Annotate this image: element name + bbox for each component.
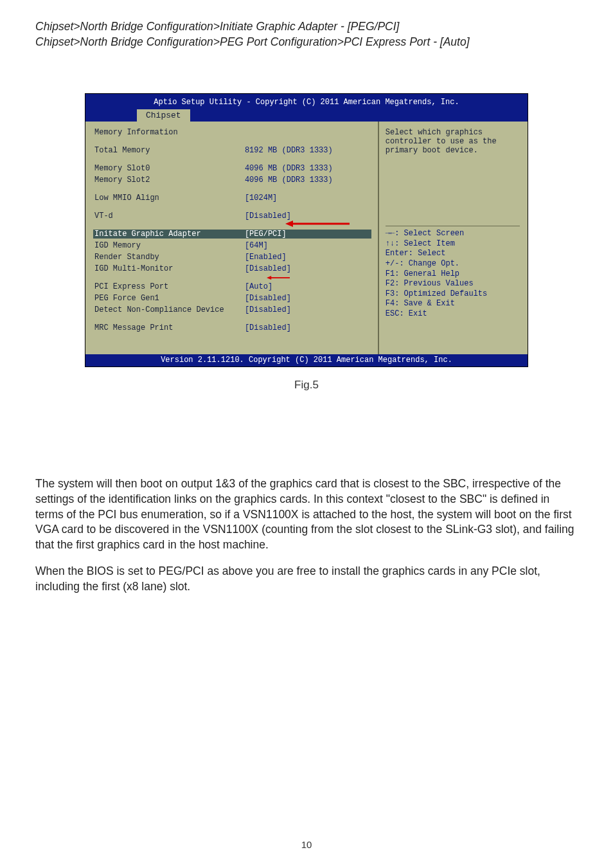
opt-igd-memory[interactable]: IGD Memory	[94, 241, 245, 250]
help-text: Select which graphics controller to use …	[386, 128, 520, 155]
help-key: ↑↓: Select Item	[386, 239, 520, 249]
opt-low-mmio[interactable]: Low MMIO Align	[94, 194, 245, 203]
val-render-standby: [Enabled]	[245, 253, 370, 262]
breadcrumb-line-2: Chipset>North Bridge Configuration>PEG P…	[35, 35, 578, 50]
val-multi-monitor: [Disabled]	[245, 264, 370, 273]
help-key: →←: Select Screen	[386, 229, 520, 239]
val-init-gfx: [PEG/PCI]	[245, 230, 370, 239]
opt-slot0: Memory Slot0	[94, 164, 245, 173]
help-key: F3: Optimized Defaults	[386, 289, 520, 300]
help-divider	[386, 226, 520, 226]
figure-caption: Fig.5	[35, 379, 578, 392]
opt-multi-monitor[interactable]: IGD Multi-Monitor	[94, 264, 245, 273]
callout-arrow-icon	[267, 273, 305, 282]
section-heading: Memory Information	[94, 128, 245, 137]
breadcrumb-line-1: Chipset>North Bridge Configuration>Initi…	[35, 19, 578, 35]
bios-screenshot: Aptio Setup Utility - Copyright (C) 2011…	[85, 93, 528, 367]
opt-vtd[interactable]: VT-d	[94, 212, 245, 221]
breadcrumb: Chipset>North Bridge Configuration>Initi…	[35, 19, 578, 50]
svg-marker-1	[285, 221, 293, 227]
page-number: 10	[0, 839, 613, 850]
help-key: F1: General Help	[386, 269, 520, 280]
paragraph: When the BIOS is set to PEG/PCI as above…	[35, 564, 578, 594]
opt-peg-gen1[interactable]: PEG Force Gen1	[94, 294, 245, 303]
val-total-memory: 8192 MB (DDR3 1333)	[245, 146, 370, 155]
bios-help-panel: Select which graphics controller to use …	[378, 122, 528, 354]
bios-options-panel: Memory Information Total Memory8192 MB (…	[85, 122, 378, 354]
val-peg-gen1: [Disabled]	[245, 294, 370, 303]
bios-tab-chipset[interactable]: Chipset	[137, 109, 190, 122]
val-low-mmio: [1024M]	[245, 194, 370, 203]
help-key: F4: Save & Exit	[386, 299, 520, 309]
bios-header: Aptio Setup Utility - Copyright (C) 2011…	[85, 94, 528, 122]
bios-footer: Version 2.11.1210. Copyright (C) 2011 Am…	[85, 354, 528, 366]
body-text: The system will then boot on output 1&3 …	[35, 476, 578, 594]
opt-total-memory: Total Memory	[94, 146, 245, 155]
callout-arrow-icon	[285, 219, 350, 228]
val-slot2: 4096 MB (DDR3 1333)	[245, 176, 370, 185]
val-detect-nc: [Disabled]	[245, 305, 370, 314]
opt-init-graphic-adapter[interactable]: Initate Graphic Adapter [PEG/PCI]	[93, 230, 371, 239]
help-key: +/-: Change Opt.	[386, 259, 520, 269]
val-pci-express-port: [Auto]	[245, 282, 370, 291]
val-igd-memory: [64M]	[245, 241, 370, 250]
opt-detect-nc[interactable]: Detect Non-Compliance Device	[94, 305, 245, 314]
opt-render-standby[interactable]: Render Standby	[94, 253, 245, 262]
help-text-line: primary boot device.	[386, 146, 520, 155]
bios-title: Aptio Setup Utility - Copyright (C) 2011…	[85, 98, 528, 107]
bios-body: Memory Information Total Memory8192 MB (…	[85, 122, 528, 354]
help-text-line: controller to use as the	[386, 137, 520, 146]
val-mrc-print: [Disabled]	[245, 323, 370, 332]
opt-mrc-print[interactable]: MRC Message Print	[94, 323, 245, 332]
opt-slot2: Memory Slot2	[94, 176, 245, 185]
help-key-list: →←: Select Screen ↑↓: Select Item Enter:…	[386, 229, 520, 319]
help-key: Enter: Select	[386, 249, 520, 259]
help-key: ESC: Exit	[386, 309, 520, 320]
paragraph: The system will then boot on output 1&3 …	[35, 476, 578, 552]
help-key: F2: Previous Values	[386, 279, 520, 289]
val-slot0: 4096 MB (DDR3 1333)	[245, 164, 370, 173]
help-text-line: Select which graphics	[386, 128, 520, 137]
opt-pci-express-port[interactable]: PCI Express Port	[94, 282, 245, 291]
svg-marker-3	[267, 276, 271, 280]
opt-init-gfx-label: Initate Graphic Adapter	[94, 230, 245, 239]
